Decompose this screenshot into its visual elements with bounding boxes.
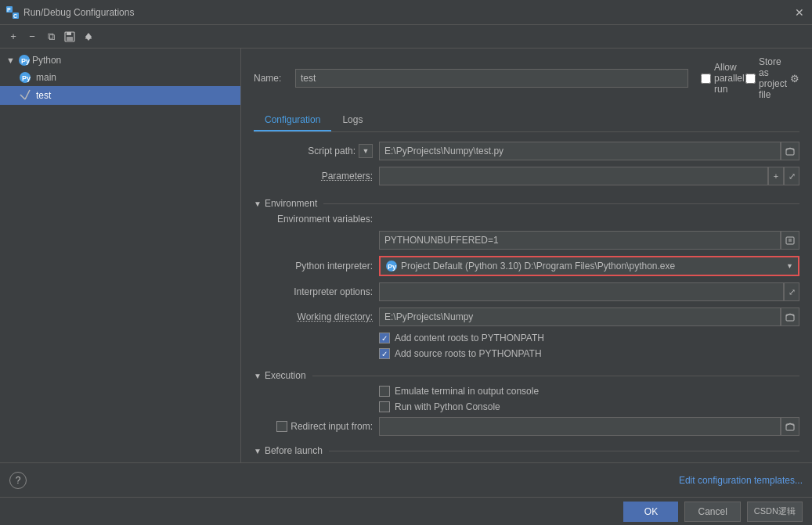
script-path-label-group: Script path: ▼ (254, 144, 379, 158)
check-mark: ✓ (381, 334, 388, 343)
close-button[interactable]: ✕ (793, 6, 806, 19)
footer: ? Edit configuration templates... (0, 462, 812, 497)
interpreter-select-wrapper: Py Project Default (Python 3.10) D:\Prog… (379, 256, 799, 276)
content-area: ▼ Py Python Py main (0, 49, 812, 462)
allow-parallel-run-checkbox[interactable] (701, 74, 711, 84)
svg-text:Py: Py (22, 74, 31, 82)
name-row: Name: Allow parallel run Store as projec… (254, 56, 799, 100)
copy-config-button[interactable]: ⧉ (42, 28, 60, 45)
name-label: Name: (254, 73, 289, 84)
parameters-add-button[interactable]: + (768, 167, 784, 185)
env-section-arrow: ▼ (254, 200, 262, 208)
csdn-button[interactable]: CSDN逻辑 (747, 502, 803, 522)
redirect-input-wrapper (379, 417, 799, 436)
sidebar-item-python-group[interactable]: ▼ Py Python (0, 52, 240, 69)
store-as-project-file-label[interactable]: Store as project file (745, 56, 781, 100)
bottom-bar: OK Cancel CSDN逻辑 (0, 497, 812, 525)
script-path-row: Script path: ▼ (254, 142, 799, 160)
working-dir-input[interactable] (379, 307, 781, 326)
svg-line-14 (20, 95, 25, 99)
svg-text:P: P (7, 7, 11, 13)
allow-parallel-run-label[interactable]: Allow parallel run (701, 62, 736, 95)
main-panel: Name: Allow parallel run Store as projec… (241, 49, 812, 462)
parameters-label: Parameters: (254, 171, 379, 182)
exec-section-line (312, 376, 799, 376)
interpreter-options-label: Interpreter options: (254, 286, 379, 297)
check-mark2: ✓ (381, 350, 388, 358)
name-options: Allow parallel run Store as project file… (701, 56, 799, 100)
add-content-roots-row: ✓ Add content roots to PYTHONPATH (379, 333, 799, 343)
save-config-button[interactable] (61, 28, 78, 45)
script-path-dropdown[interactable]: ▼ (359, 144, 373, 158)
interpreter-options-input[interactable] (379, 282, 784, 301)
add-source-roots-label[interactable]: ✓ Add source roots to PYTHONPATH (379, 348, 542, 359)
cancel-button[interactable]: Cancel (684, 502, 740, 522)
exec-section-arrow: ▼ (254, 372, 262, 380)
redirect-input-checkbox-box[interactable] (276, 421, 287, 432)
emulate-terminal-row: Emulate terminal in output console (379, 386, 799, 397)
store-as-project-file-checkbox[interactable] (745, 74, 756, 84)
working-dir-label: Working directory: (254, 311, 379, 322)
add-content-roots-label[interactable]: ✓ Add content roots to PYTHONPATH (379, 333, 544, 343)
edit-templates-link[interactable]: Edit configuration templates... (679, 475, 803, 486)
parameters-row: Parameters: + ⤢ (254, 167, 799, 185)
before-launch-line (329, 451, 799, 451)
script-path-input-wrapper (379, 142, 799, 160)
interpreter-row: Python interpreter: Py Project Default (… (254, 256, 799, 276)
working-dir-browse-button[interactable] (781, 307, 799, 326)
svg-marker-7 (85, 33, 92, 37)
app-icon: P C (6, 6, 19, 19)
interpreter-icon: Py (385, 260, 398, 272)
emulate-terminal-checkbox-box[interactable] (379, 386, 390, 397)
redirect-input-label-group: Redirect input from: (254, 421, 379, 432)
run-python-console-checkbox-box[interactable] (379, 401, 390, 412)
script-path-browse-button[interactable] (781, 142, 799, 160)
redirect-input-field[interactable] (379, 417, 781, 436)
exec-section-title: Execution (265, 370, 306, 381)
script-path-input[interactable] (379, 142, 781, 160)
parameters-expand-button[interactable]: ⤢ (784, 167, 799, 185)
settings-gear-icon[interactable]: ⚙ (790, 73, 799, 85)
python-group-label: Python (32, 55, 61, 66)
emulate-terminal-label[interactable]: Emulate terminal in output console (379, 386, 539, 397)
tab-configuration[interactable]: Configuration (254, 110, 331, 131)
parameters-input[interactable] (379, 167, 768, 185)
ok-button[interactable]: OK (623, 502, 678, 522)
move-config-button[interactable] (80, 28, 97, 45)
add-config-button[interactable]: + (5, 28, 22, 45)
interpreter-select[interactable]: Py Project Default (Python 3.10) D:\Prog… (379, 256, 799, 276)
main-item-label: main (36, 72, 56, 83)
env-vars-label-row: Environment variables: (254, 214, 799, 225)
tabs-bar: Configuration Logs (254, 110, 799, 132)
name-input[interactable] (295, 69, 688, 88)
interpreter-options-expand-button[interactable]: ⤢ (784, 282, 799, 301)
script-path-label: Script path: (308, 146, 355, 156)
svg-line-15 (25, 90, 30, 99)
svg-text:Py: Py (21, 57, 30, 65)
add-source-roots-checkbox-box[interactable]: ✓ (379, 348, 390, 359)
env-vars-input[interactable] (379, 231, 781, 250)
env-vars-browse-button[interactable] (781, 231, 799, 250)
python-group-icon: Py (18, 54, 31, 67)
svg-text:C: C (13, 13, 17, 19)
environment-section-header: ▼ Environment (254, 198, 799, 209)
parameters-input-wrapper: + ⤢ (379, 167, 799, 185)
svg-rect-6 (67, 37, 73, 41)
expand-icon: ▼ (6, 56, 15, 65)
env-section-title: Environment (265, 198, 317, 209)
before-launch-section-header: ▼ Before launch (254, 445, 799, 456)
svg-text:Py: Py (388, 263, 396, 271)
tab-logs[interactable]: Logs (331, 110, 374, 131)
svg-rect-5 (67, 32, 71, 35)
sidebar: ▼ Py Python Py main (0, 49, 241, 462)
sidebar-item-main[interactable]: Py main (0, 69, 240, 86)
run-python-console-label[interactable]: Run with Python Console (379, 401, 500, 412)
help-button[interactable]: ? (9, 472, 27, 489)
add-content-roots-text: Add content roots to PYTHONPATH (395, 333, 544, 343)
sidebar-item-test[interactable]: test (0, 86, 240, 105)
env-section-line (323, 203, 799, 204)
remove-config-button[interactable]: − (23, 28, 41, 45)
add-content-roots-checkbox-box[interactable]: ✓ (379, 333, 390, 343)
env-vars-label: Environment variables: (254, 214, 379, 225)
redirect-input-browse-button[interactable] (781, 417, 799, 436)
